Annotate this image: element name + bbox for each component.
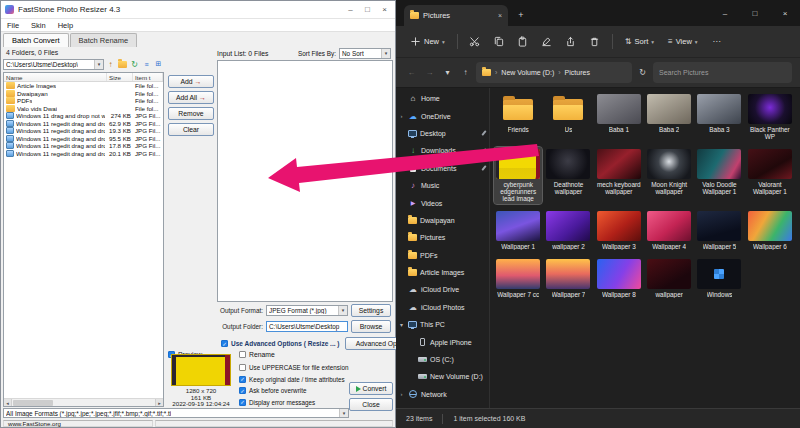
file-row[interactable]: Windows 11 regedit drag and drop no... 2…	[4, 150, 163, 158]
chevron-right-icon[interactable]: ›	[398, 113, 405, 119]
file-tile-wallpaper-7-cc[interactable]: Wallpaper 7 cc	[494, 257, 542, 300]
file-type-filter-dropdown[interactable]: All Image Formats (*.jpg;*.jpe;*.jpeg;*.…	[3, 408, 349, 418]
minimize-button[interactable]: –	[342, 2, 359, 17]
input-list[interactable]	[217, 60, 393, 302]
output-folder-input[interactable]: C:\Users\Utsme\Desktop	[266, 321, 348, 332]
file-tile-us[interactable]: Us	[544, 92, 592, 142]
delete-button[interactable]	[584, 31, 606, 53]
sort-dropdown[interactable]: No Sort ▾	[339, 48, 391, 59]
sidebar-item-new-volume-d[interactable]: New Volume (D:)	[396, 368, 489, 385]
file-row[interactable]: Article Images File fol...	[4, 82, 163, 90]
file-tile-black-panther-wp[interactable]: Black Panther WP	[746, 92, 794, 142]
convert-button[interactable]: Convert	[349, 382, 393, 395]
file-tile-wallpaper[interactable]: wallpaper	[645, 257, 693, 300]
explorer-tab-pictures[interactable]: Pictures ×	[404, 5, 508, 26]
chevron-down-icon[interactable]: ▾	[339, 409, 348, 417]
file-row[interactable]: Windows 11 regedit drag and drop no... 1…	[4, 127, 163, 135]
file-row[interactable]: Windows 11 regedit drag and drop no... 9…	[4, 135, 163, 143]
file-row[interactable]: Dwaipayan File fol...	[4, 90, 163, 98]
paste-button[interactable]	[512, 31, 534, 53]
file-row[interactable]: PDFs File fol...	[4, 97, 163, 105]
path-combobox[interactable]: C:\Users\Utsme\Desktop\ ▾	[3, 59, 104, 70]
file-tile-baba-3[interactable]: Baba 3	[695, 92, 743, 142]
file-row[interactable]: Valo vids Dwai File fol...	[4, 105, 163, 113]
forward-button[interactable]: →	[422, 68, 437, 77]
file-browser-list[interactable]: Name Size Item t Article Images File fol…	[3, 72, 164, 407]
file-tile-friends[interactable]: Friends	[494, 92, 542, 142]
refresh-button[interactable]: ↻	[635, 68, 650, 77]
close-action-button[interactable]: Close	[349, 398, 393, 411]
chevron-down-icon[interactable]: ▾	[94, 60, 103, 69]
address-bar[interactable]: › New Volume (D:) › Pictures	[476, 62, 632, 83]
file-tile-windows[interactable]: Windows	[695, 257, 743, 300]
sidebar-item-apple-iphone[interactable]: Apple iPhone	[396, 333, 489, 350]
file-tile-valo-doodle-wallpaper-1[interactable]: Valo Doodle Wallpaper 1	[695, 147, 743, 204]
back-button[interactable]: ←	[404, 68, 419, 77]
list-view-icon[interactable]: ≡	[141, 59, 152, 70]
sidebar-item-os-c[interactable]: OS (C:)	[396, 351, 489, 368]
new-tab-button[interactable]: +	[512, 6, 530, 24]
sidebar-item-documents[interactable]: Documents	[396, 160, 489, 177]
chevron-down-icon[interactable]: ▾	[338, 306, 347, 315]
new-button[interactable]: New ▾	[404, 33, 451, 50]
file-tile-baba-1[interactable]: Baba 1	[595, 92, 643, 142]
sidebar-item-videos[interactable]: Videos	[396, 194, 489, 211]
recent-locations-button[interactable]: ▾	[440, 68, 455, 77]
scrollbar-thumb[interactable]	[13, 400, 53, 406]
remove-button[interactable]: Remove	[168, 107, 214, 120]
tab-batch-convert[interactable]: Batch Convert	[3, 33, 69, 47]
sidebar-item-article-images[interactable]: Article Images	[396, 264, 489, 281]
output-format-dropdown[interactable]: JPEG Format (*.jpg) ▾	[266, 305, 348, 316]
file-tile-wallpaper-3[interactable]: Wallpaper 3	[595, 209, 643, 252]
grid-view-icon[interactable]: ⊞	[153, 59, 164, 70]
file-tile-cyberpunk-edgerunners[interactable]: cyberpunk edgerunners lead image	[494, 147, 542, 204]
keep-date-checkbox[interactable]	[239, 376, 246, 383]
menu-file[interactable]: File	[1, 21, 25, 30]
file-row[interactable]: Windows 11 drag and drop not workin... 2…	[4, 112, 163, 120]
menu-skin[interactable]: Skin	[25, 21, 52, 30]
add-all-button[interactable]: Add All→	[168, 91, 214, 104]
sidebar-item-icloud-drive[interactable]: iCloud Drive	[396, 281, 489, 298]
clear-button[interactable]: Clear	[168, 123, 214, 136]
more-button[interactable]: ⋯	[706, 31, 728, 53]
view-button[interactable]: ≡ View ▾	[662, 34, 704, 49]
file-tile-wallpaper-5[interactable]: Wallpaper 5	[695, 209, 743, 252]
file-tile-baba-2[interactable]: Baba 2	[645, 92, 693, 142]
file-tile-deathnote-wallpaper[interactable]: Deathnote wallpaper	[544, 147, 592, 204]
file-tile-wallpaper-1[interactable]: Wallpaper 1	[494, 209, 542, 252]
file-tile-wallpaper-6[interactable]: Wallpaper 6	[746, 209, 794, 252]
scroll-left-icon[interactable]: ◂	[4, 399, 12, 407]
uppercase-checkbox[interactable]	[239, 364, 246, 371]
close-button[interactable]: ×	[376, 2, 393, 17]
file-tile-wallpaper-8[interactable]: Wallpaper 8	[595, 257, 643, 300]
up-button[interactable]: ↑	[458, 68, 473, 77]
tab-batch-rename[interactable]: Batch Rename	[70, 33, 138, 47]
sort-button[interactable]: ⇅ Sort ▾	[619, 34, 660, 49]
sidebar-item-dwaipayan[interactable]: Dwaipayan	[396, 212, 489, 229]
maximize-button[interactable]: □	[740, 0, 770, 26]
file-tile-wallpaper-7[interactable]: Wallpaper 7	[544, 257, 592, 300]
file-tile-moon-knight-wallpaper[interactable]: Moon Knight wallpaper	[645, 147, 693, 204]
sidebar-item-downloads[interactable]: Downloads	[396, 142, 489, 159]
sidebar-item-pictures[interactable]: Pictures	[396, 229, 489, 246]
cut-button[interactable]	[464, 31, 486, 53]
chevron-down-icon[interactable]: ▾	[381, 49, 390, 58]
settings-button[interactable]: Settings	[351, 304, 391, 317]
file-tile-mech-keyboard-wallpaper[interactable]: mech keyboard wallpaper	[595, 147, 643, 204]
sidebar-item-icloud-photos[interactable]: iCloud Photos	[396, 299, 489, 316]
sidebar-item-desktop[interactable]: Desktop	[396, 125, 489, 142]
column-size[interactable]: Size	[107, 73, 133, 81]
sidebar-item-this-pc[interactable]: ▾This PC	[396, 316, 489, 333]
column-type[interactable]: Item t	[133, 73, 163, 81]
chevron-down-icon[interactable]: ▾	[398, 321, 405, 328]
maximize-button[interactable]: □	[359, 2, 376, 17]
file-tile-valorant-wallpaper-1[interactable]: Valorant Wallpaper 1	[746, 147, 794, 204]
sidebar-item-pdfs[interactable]: PDFs	[396, 247, 489, 264]
breadcrumb-drive[interactable]: New Volume (D:)	[501, 69, 554, 76]
sidebar-item-home[interactable]: Home	[396, 90, 489, 107]
chevron-right-icon[interactable]: ›	[398, 391, 405, 397]
refresh-icon[interactable]: ↻	[129, 59, 140, 70]
add-button[interactable]: Add→	[168, 75, 214, 88]
advanced-options-checkbox[interactable]	[221, 340, 228, 347]
rename-button[interactable]	[536, 31, 558, 53]
